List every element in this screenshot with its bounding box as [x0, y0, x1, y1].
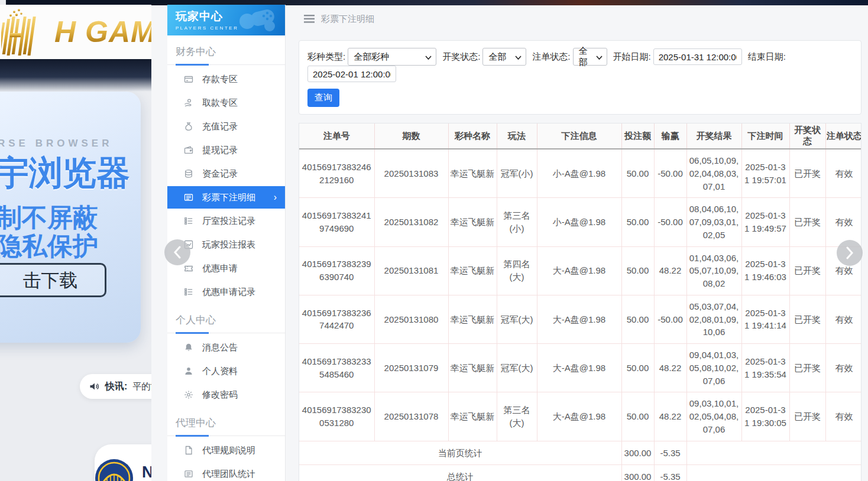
order-status-select[interactable]: 全部 [573, 48, 607, 66]
table-cell: 20250131083 [374, 149, 448, 198]
table-cell: 小-A盘@1.98 [537, 149, 621, 198]
sidebar-item-label: 优惠申请 [202, 263, 238, 274]
table-cell: 幸运飞艇新 [448, 246, 497, 295]
table-cell: 20250131081 [374, 246, 448, 295]
table-cell: 08,04,06,10,07,09,03,01,02,05 [686, 198, 741, 246]
sidebar-section-title: 财务中心 [167, 35, 285, 65]
column-header: 下注信息 [537, 124, 621, 149]
sidebar-item-agent-team-stats[interactable]: 代理团队统计 [167, 462, 285, 481]
table-header-row: 注单号期数彩种名称玩法下注信息投注额输赢开奖结果下注时间开奖状态注单状态 [299, 124, 861, 149]
carousel-next-button[interactable] [837, 240, 863, 266]
sidebar-item-withdraw[interactable]: 取款专区 [167, 91, 285, 115]
lottery-type-select[interactable]: 全部彩种 [348, 48, 436, 66]
table-cell: 50.00 [621, 198, 654, 246]
draw-status-label: 开奖状态: [442, 51, 480, 63]
table-cell: 已开奖 [789, 392, 825, 441]
table-row: 40156917383233548546020250131079幸运飞艇新冠军(… [299, 344, 861, 392]
logo-stripes-icon [1, 7, 58, 57]
sidebar-item-label: 资金记录 [202, 168, 238, 180]
hamburger-menu-icon[interactable] [304, 15, 315, 23]
table-cell: 幸运飞艇新 [448, 392, 497, 441]
sidebar-item-lottery-bet-detail[interactable]: 彩票下注明细› [167, 186, 285, 209]
sidebar-item-label: 取款专区 [202, 98, 238, 109]
news-icon [184, 469, 193, 479]
deposit-icon [184, 74, 193, 84]
table-cell: -50.00 [654, 198, 686, 246]
summary-win-loss: -5.35 [654, 441, 686, 465]
table-cell: 48.22 [654, 392, 686, 441]
table-cell: 401569173832462129160 [299, 149, 374, 198]
screen: H GAME RSE BROWSER 宇浏览器 制不屏蔽 隐私保护 击下载 快讯… [0, 0, 868, 481]
withdraw-record-icon [184, 145, 193, 155]
sidebar-item-change-password[interactable]: 修改密码 [167, 383, 285, 407]
table-cell: 幸运飞艇新 [448, 295, 497, 343]
hall-record-icon [184, 216, 193, 226]
end-date-input[interactable] [307, 66, 396, 82]
table-cell: 20250131079 [374, 344, 448, 392]
sidebar-item-label: 个人资料 [202, 366, 238, 377]
draw-status-value: 全部 [488, 51, 506, 63]
search-button[interactable]: 查询 [307, 89, 339, 107]
sidebar-item-withdraw-record[interactable]: 提现记录 [167, 138, 285, 162]
background-site: H GAME RSE BROWSER 宇浏览器 制不屏蔽 隐私保护 击下载 快讯… [0, 0, 151, 481]
table-cell: 已开奖 [789, 198, 825, 246]
table-cell: 第四名(大) [497, 246, 537, 295]
table-cell: 20250131080 [374, 295, 448, 343]
table-cell: 20250131078 [374, 392, 448, 441]
ticker-label: 快讯: [105, 381, 127, 393]
table-cell: 大-A盘@1.98 [537, 246, 621, 295]
sidebar-item-label: 彩票下注明细 [202, 192, 255, 203]
current-page-summary-row: 当前页统计300.00-5.35 [299, 441, 861, 465]
start-date-input[interactable] [653, 48, 742, 65]
table-cell: 2025-01-31 19:57:01 [741, 149, 789, 198]
table-cell: 48.22 [654, 344, 686, 392]
site-logo-strip: H GAME [0, 5, 151, 59]
table-cell: 09,03,10,01,02,05,04,08,07,06 [686, 392, 741, 441]
sidebar-item-label: 消息公告 [202, 342, 238, 353]
sidebar-item-label: 提现记录 [202, 145, 238, 156]
table-cell: 2025-01-31 19:46:03 [741, 246, 789, 295]
sidebar-item-deposit[interactable]: 存款专区 [167, 67, 285, 91]
players-center-header: 玩家中心 PLAYERS CENTER [167, 5, 285, 35]
news-ticker: 快讯: 平的博 [80, 374, 151, 399]
table-cell: 401569173832396390740 [299, 246, 374, 295]
sidebar-item-profile[interactable]: 个人资料 [167, 359, 285, 383]
sidebar-item-recharge-record[interactable]: 充值记录 [167, 115, 285, 138]
chevron-down-icon [596, 56, 603, 60]
ticker-text: 平的博 [132, 381, 151, 392]
table-cell: 2025-01-31 19:35:54 [741, 344, 789, 392]
funds-record-icon [184, 169, 193, 178]
column-header: 注单号 [299, 124, 374, 149]
sidebar-item-notice[interactable]: 消息公告 [167, 336, 285, 359]
players-center-panel: 玩家中心 PLAYERS CENTER 财务中心存款专区取款专区充值记录提现记录… [151, 0, 868, 481]
table-cell: 09,04,01,03,05,08,10,02,07,06 [686, 344, 741, 392]
table-cell: 大-A盘@1.98 [537, 344, 621, 392]
table-cell: 50.00 [621, 149, 654, 198]
table-cell: 有效 [825, 392, 861, 441]
carousel-prev-button[interactable] [164, 239, 190, 265]
summary-label: 当前页统计 [299, 441, 621, 465]
toolbar: 彩票下注明细 [286, 5, 868, 32]
table-cell: 2025-01-31 19:49:57 [741, 198, 789, 246]
bell-icon [184, 343, 193, 352]
table-cell: 20250131082 [374, 198, 448, 246]
table-row: 40156917383246212916020250131083幸运飞艇新冠军(… [299, 149, 861, 198]
sidebar-item-hall-bet-record[interactable]: 厅室投注记录 [167, 209, 285, 233]
sidebar-item-funds-record[interactable]: 资金记录 [167, 162, 285, 186]
table-row: 40156917383236744247020250131080幸运飞艇新冠军(… [299, 295, 861, 343]
sidebar-item-label: 存款专区 [202, 74, 238, 85]
sidebar-item-agent-rules[interactable]: 代理规则说明 [167, 438, 285, 462]
draw-status-select[interactable]: 全部 [482, 48, 526, 66]
chevron-right-icon: › [274, 192, 277, 203]
ad-download-button[interactable]: 击下载 [0, 263, 106, 297]
end-date-label: 结束日期: [748, 51, 786, 63]
filter-card: 彩种类型: 全部彩种 开奖状态: 全部 注单状态: 全部 [299, 40, 861, 115]
table-cell: 401569173832367442470 [299, 295, 374, 343]
table-cell: 小-A盘@1.98 [537, 198, 621, 246]
ad-tagline: RSE BROWSER [0, 138, 112, 150]
table-cell: 2025-01-31 19:30:05 [741, 392, 789, 441]
sidebar-item-promo-apply-record[interactable]: 优惠申请记录 [167, 280, 285, 304]
table-cell: -50.00 [654, 295, 686, 343]
table-cell: 幸运飞艇新 [448, 198, 497, 246]
total-summary-row: 总统计300.00-5.35 [299, 465, 861, 481]
